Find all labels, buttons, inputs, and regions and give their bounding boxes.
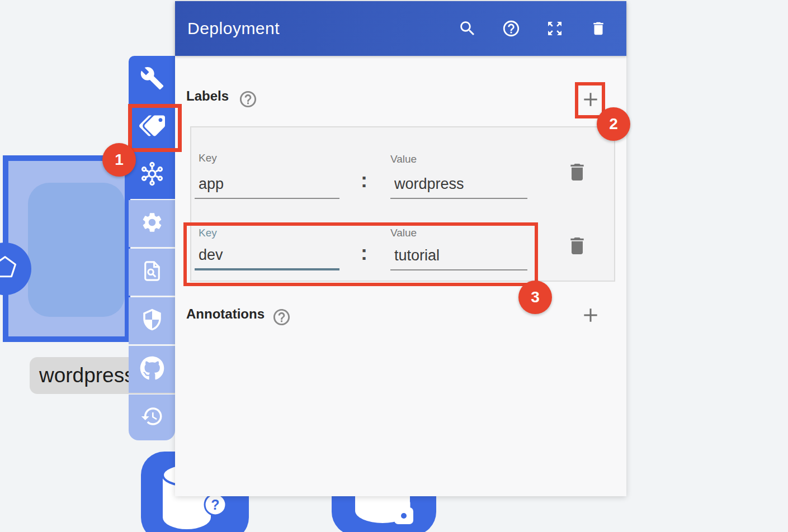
step2-badge: 2: [597, 107, 630, 141]
panel-header: Deployment: [175, 1, 626, 56]
labels-section-title: Labels: [186, 88, 229, 104]
deployment-node-body: [28, 183, 125, 317]
expand-button[interactable]: [545, 19, 564, 38]
step3-badge: 3: [518, 281, 552, 314]
annotations-help-button[interactable]: [272, 307, 291, 327]
annotations-section-title: Annotations: [186, 306, 265, 322]
kv-separator: :: [361, 169, 367, 192]
help-button[interactable]: [502, 19, 521, 38]
labels-help-button[interactable]: [238, 89, 258, 109]
toolbar-item-settings[interactable]: [129, 200, 175, 247]
toolbar-item-github[interactable]: [129, 346, 175, 393]
search-icon: [458, 19, 477, 38]
history-icon: [140, 405, 164, 430]
help-icon: [502, 19, 521, 38]
hub-icon: [139, 161, 165, 189]
pentagon-icon: [0, 253, 20, 285]
svg-text:?: ?: [211, 497, 219, 512]
toolbar-item-build[interactable]: [129, 56, 175, 103]
plus-icon: [579, 304, 602, 326]
label-value-input[interactable]: [390, 173, 527, 199]
gear-icon: [140, 211, 164, 236]
step1-highlight-box: [128, 104, 182, 152]
app-canvas: wordpress ?: [0, 0, 788, 532]
wrench-icon: [140, 66, 164, 93]
delete-label-row-button[interactable]: [566, 161, 588, 183]
trash-icon: [590, 20, 607, 37]
toolbar-item-history[interactable]: [129, 395, 175, 440]
panel-title: Deployment: [187, 19, 280, 38]
delete-button[interactable]: [589, 19, 608, 38]
toolbar-item-inspect[interactable]: [129, 249, 175, 296]
toolbar-item-security[interactable]: [129, 297, 175, 344]
help-circle-icon: [238, 89, 258, 109]
document-search-icon: [140, 259, 164, 285]
key-field-label: Key: [199, 152, 217, 164]
shield-icon: [140, 308, 164, 334]
github-icon: [140, 356, 164, 383]
help-circle-icon: [272, 307, 291, 327]
trash-icon: [566, 235, 588, 257]
step3-highlight-box: [183, 222, 538, 286]
trash-icon: [566, 161, 588, 183]
delete-label-row-button[interactable]: [566, 235, 588, 257]
search-button[interactable]: [458, 19, 477, 38]
expand-icon: [546, 20, 564, 37]
value-field-label: Value: [390, 153, 417, 165]
label-key-input[interactable]: [195, 173, 339, 199]
step1-badge: 1: [102, 143, 136, 177]
add-annotation-button[interactable]: [578, 303, 603, 327]
